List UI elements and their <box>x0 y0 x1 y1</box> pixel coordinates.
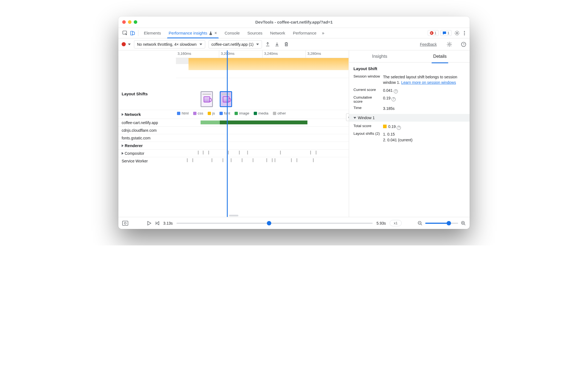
svg-rect-2 <box>132 32 135 35</box>
titlebar: DevTools - coffee-cart.netlify.app/?ad=1 <box>118 16 470 28</box>
help-icon[interactable]: ? <box>392 97 396 101</box>
close-tab-icon[interactable]: × <box>214 31 217 36</box>
tab-console[interactable]: Console <box>221 28 244 38</box>
svg-rect-0 <box>123 31 127 34</box>
devtools-window: DevTools - coffee-cart.netlify.app/?ad=1… <box>118 16 470 229</box>
svg-point-11 <box>124 222 126 224</box>
expand-panel-button[interactable]: › <box>346 113 349 121</box>
record-button[interactable] <box>122 42 126 46</box>
device-toggle-icon[interactable] <box>129 29 136 37</box>
network-legend: html css js font image media other <box>176 110 349 115</box>
layout-shift-thumbnail[interactable] <box>201 91 213 107</box>
tab-elements[interactable]: Elements <box>140 28 165 38</box>
throttling-value: No network throttling, 4× slowdown <box>137 42 197 47</box>
playback-speed-chip[interactable]: x1 <box>390 220 402 226</box>
throttling-dropdown[interactable]: No network throttling, 4× slowdown <box>134 40 205 48</box>
layout-shifts-label: Layout shifts (2) <box>353 131 380 136</box>
row-label-layout-shifts: Layout Shifts <box>118 78 176 110</box>
message-icon <box>443 31 446 35</box>
ruler-tick: 3,280ms <box>306 50 349 58</box>
more-menu-icon[interactable] <box>462 31 467 36</box>
layout-shift-thumbnail-selected[interactable] <box>220 91 232 107</box>
svg-point-4 <box>464 31 465 32</box>
svg-rect-10 <box>122 221 128 225</box>
network-host-row[interactable]: cdnjs.cloudflare.com <box>118 127 176 134</box>
current-score-value: 0.041? <box>383 88 465 93</box>
error-badge[interactable]: ✕1 <box>428 30 439 36</box>
layout-shift-item[interactable]: 1. 0.15 <box>383 131 465 137</box>
chevron-down-icon <box>199 44 202 45</box>
zoom-window-button[interactable] <box>134 20 137 24</box>
network-host-row[interactable]: coffee-cart.netlify.app <box>118 119 176 126</box>
tab-performance-label: Performance <box>293 31 316 35</box>
import-icon[interactable] <box>275 42 281 47</box>
time-value: 3.185s <box>383 106 465 111</box>
toggle-view-icon[interactable] <box>122 221 128 226</box>
time-scrubber[interactable] <box>176 223 373 224</box>
expand-icon <box>122 113 124 116</box>
row-label-network[interactable]: Network <box>118 110 176 119</box>
record-menu-chevron-icon[interactable] <box>128 44 131 45</box>
current-score-label: Current score <box>353 88 380 92</box>
tab-sources[interactable]: Sources <box>244 28 266 38</box>
export-icon[interactable] <box>265 42 271 47</box>
layout-shift-item[interactable]: 2. 0.041 (current) <box>383 137 465 143</box>
row-label-service-worker[interactable]: Service Worker <box>118 157 176 165</box>
close-window-button[interactable] <box>122 20 126 24</box>
window-title: DevTools - coffee-cart.netlify.app/?ad=1 <box>118 20 470 24</box>
zoom-out-icon[interactable] <box>418 221 423 226</box>
flask-icon <box>209 31 213 35</box>
tab-performance[interactable]: Performance <box>289 28 320 38</box>
time-ruler[interactable]: 3,160ms 3,200ms 3,240ms 3,280ms <box>176 50 349 58</box>
window-controls <box>122 20 137 24</box>
error-count: 1 <box>435 31 436 35</box>
session-value: coffee-cart.netlify.app (1) <box>212 42 254 47</box>
learn-more-link[interactable]: Learn more on session windows <box>401 80 456 85</box>
session-dropdown[interactable]: coffee-cart.netlify.app (1) <box>209 40 262 48</box>
tab-elements-label: Elements <box>144 31 161 35</box>
messages-badge[interactable]: 1 <box>440 30 452 36</box>
play-icon[interactable] <box>147 221 151 225</box>
tab-details[interactable]: Details <box>432 52 448 61</box>
devtools-tabbar: Elements Performance insights × Console … <box>118 28 470 38</box>
settings-icon[interactable] <box>454 30 460 36</box>
layout-shifts-list: 1. 0.15 2. 0.041 (current) <box>383 131 465 143</box>
total-score-label: Total score <box>353 124 380 128</box>
svg-point-6 <box>464 34 465 35</box>
help-icon[interactable]: ? <box>394 89 398 93</box>
tab-performance-insights[interactable]: Performance insights × <box>165 28 221 38</box>
timeline-area[interactable]: Layout Shifts Network html css js <box>118 58 349 217</box>
expand-icon <box>122 144 124 147</box>
total-score-value: 0.19? <box>383 124 465 129</box>
network-host-row[interactable]: fonts.gstatic.com <box>118 134 176 142</box>
tab-network[interactable]: Network <box>266 28 289 38</box>
resize-gripper[interactable] <box>229 215 238 216</box>
window-section-header[interactable]: Window 1 <box>349 114 470 122</box>
minimize-window-button[interactable] <box>128 20 132 24</box>
inspect-element-icon[interactable] <box>121 29 129 37</box>
time-start-label: 3.13s <box>163 221 173 225</box>
tab-network-label: Network <box>270 31 285 35</box>
delete-icon[interactable] <box>284 42 290 47</box>
time-label: Time <box>353 106 380 110</box>
svg-point-3 <box>456 32 458 34</box>
more-tabs-icon[interactable]: » <box>322 31 324 36</box>
help-icon[interactable]: ? <box>397 126 401 130</box>
playhead-marker[interactable] <box>227 50 228 217</box>
message-count: 1 <box>447 31 449 35</box>
feedback-link[interactable]: Feedback <box>420 42 437 47</box>
footer-controls: 3.13s 5.93s x1 <box>118 217 470 229</box>
panel-settings-icon[interactable] <box>447 42 452 47</box>
tab-console-label: Console <box>225 31 240 35</box>
cumulative-score-value: 0.19? <box>383 95 465 101</box>
svg-point-5 <box>464 33 465 34</box>
row-label-renderer[interactable]: Renderer <box>118 142 176 149</box>
zoom-in-icon[interactable] <box>461 221 466 226</box>
help-icon[interactable]: ? <box>461 42 466 47</box>
collapse-icon <box>353 117 356 119</box>
skip-start-icon[interactable] <box>155 221 159 225</box>
ruler-tick: 3,160ms <box>176 50 219 58</box>
zoom-slider[interactable] <box>425 223 458 224</box>
tab-insights[interactable]: Insights <box>371 52 388 61</box>
row-label-compositor[interactable]: Compositor <box>118 150 176 157</box>
